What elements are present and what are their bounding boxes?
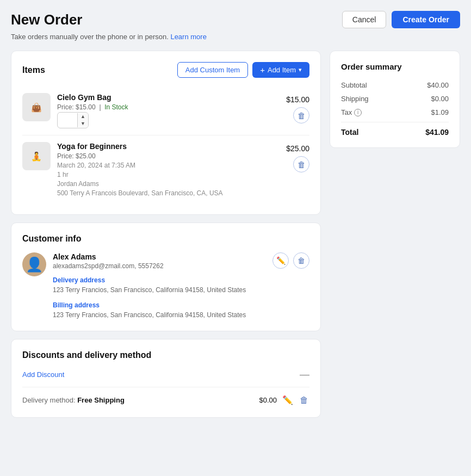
delete-item-button[interactable]: 🗑 [293, 107, 309, 123]
delete-item-button[interactable]: 🗑 [293, 156, 309, 172]
create-order-button[interactable]: Create Order [392, 11, 460, 28]
delivery-address: 123 Terry Francios, San Francisco, Calif… [53, 285, 266, 295]
total-value: $41.09 [425, 128, 449, 137]
item-image: 👜 [22, 93, 51, 121]
customer-name: Alex Adams [53, 252, 266, 261]
qty-down-button[interactable]: ▼ [78, 120, 88, 127]
item-row: 🧘 Yoga for Beginners Price: $25.00 March… [22, 135, 309, 203]
customer-actions: ✏️ 🗑 [272, 252, 309, 269]
total-label: Total [341, 128, 358, 137]
add-item-button[interactable]: + Add Item ▾ [252, 62, 309, 78]
plus-icon: + [260, 65, 265, 75]
item-image: 🧘 [22, 142, 51, 170]
customer-meta: alexadams2spd@zmail.com, 5557262 [53, 262, 266, 270]
shipping-value: $0.00 [431, 95, 449, 103]
item-date: March 20, 2024 at 7:35 AM [57, 162, 280, 169]
delivery-price: $0.00 [259, 396, 277, 404]
quantity-control[interactable]: 1 ▲ ▼ [57, 112, 89, 128]
tax-info-icon[interactable]: i [354, 109, 362, 116]
tax-value: $1.09 [431, 108, 449, 116]
customer-info-title: Customer info [22, 234, 81, 244]
discounts-card: Discounts and delivery method Add Discou… [11, 339, 321, 418]
chevron-down-icon: ▾ [299, 66, 302, 73]
order-summary-title: Order summary [341, 62, 449, 71]
items-title: Items [22, 65, 45, 75]
delivery-address-section: Delivery address 123 Terry Francios, San… [53, 276, 266, 295]
delivery-row: Delivery method: Free Shipping $0.00 ✏️ … [22, 387, 309, 406]
minus-icon: — [300, 369, 309, 380]
delivery-address-label: Delivery address [53, 276, 266, 284]
discount-header: Add Discount — [22, 369, 309, 380]
item-meta: Price: $25.00 [57, 152, 280, 160]
yoga-icon: 🧘 [31, 151, 42, 162]
item-name: Cielo Gym Bag [57, 93, 280, 102]
subtotal-row: Subtotal $40.00 [341, 81, 449, 89]
item-location: 500 Terry A Francois Boulevard, San Fran… [57, 189, 280, 197]
item-price: $25.00 [286, 144, 309, 153]
edit-customer-button[interactable]: ✏️ [272, 252, 289, 269]
customer-row: 👤 Alex Adams alexadams2spd@zmail.com, 55… [22, 252, 309, 320]
item-meta: Price: $15.00 | In Stock [57, 103, 280, 111]
subtotal-value: $40.00 [427, 81, 449, 89]
shipping-row: Shipping $0.00 [341, 95, 449, 103]
add-custom-item-button[interactable]: Add Custom Item [177, 62, 248, 78]
item-instructor: Jordan Adams [57, 180, 280, 188]
customer-info-details: Alex Adams alexadams2spd@zmail.com, 5557… [53, 252, 266, 320]
qty-up-button[interactable]: ▲ [78, 113, 88, 120]
total-row: Total $41.09 [341, 128, 449, 137]
billing-address: 123 Terry Francios, San Francisco, Calif… [53, 310, 266, 320]
items-card: Items Add Custom Item + Add Item ▾ 👜 Cie… [11, 51, 321, 215]
tax-label: Tax i [341, 108, 362, 116]
tax-row: Tax i $1.09 [341, 108, 449, 116]
billing-address-label: Billing address [53, 301, 266, 309]
gym-bag-icon: 👜 [31, 102, 42, 113]
order-summary-card: Order summary Subtotal $40.00 Shipping $… [330, 51, 460, 148]
subtitle: Take orders manually over the phone or i… [11, 33, 460, 41]
discounts-title: Discounts and delivery method [22, 350, 309, 360]
shipping-label: Shipping [341, 95, 369, 103]
delivery-label: Delivery method: Free Shipping [22, 396, 125, 404]
edit-delivery-button[interactable]: ✏️ [281, 394, 294, 406]
cancel-button[interactable]: Cancel [342, 11, 387, 28]
customer-info-card: Customer info 👤 Alex Adams alexadams2spd… [11, 222, 321, 331]
avatar: 👤 [22, 252, 46, 276]
page-title: New Order [11, 11, 83, 28]
subtotal-label: Subtotal [341, 81, 367, 89]
quantity-input[interactable]: 1 [58, 116, 77, 125]
item-info: Cielo Gym Bag Price: $15.00 | In Stock 1… [57, 93, 280, 128]
delete-delivery-button[interactable]: 🗑 [299, 394, 309, 406]
stock-status: In Stock [104, 103, 128, 111]
learn-more-link[interactable]: Learn more [170, 33, 206, 41]
add-discount-link[interactable]: Add Discount [22, 370, 64, 379]
item-duration: 1 hr [57, 171, 280, 178]
item-info: Yoga for Beginners Price: $25.00 March 2… [57, 142, 280, 197]
item-row: 👜 Cielo Gym Bag Price: $15.00 | In Stock… [22, 86, 309, 135]
item-name: Yoga for Beginners [57, 142, 280, 151]
delete-customer-button[interactable]: 🗑 [293, 252, 309, 269]
item-price: $15.00 [286, 95, 309, 104]
billing-address-section: Billing address 123 Terry Francios, San … [53, 301, 266, 320]
